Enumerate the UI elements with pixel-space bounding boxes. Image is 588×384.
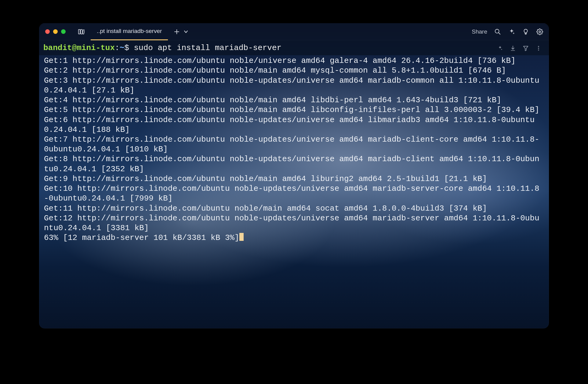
prompt-line[interactable]: bandit@mini-tux:~$ sudo apt install mari… bbox=[43, 43, 491, 53]
tab-title: ..pt install mariadb-server bbox=[97, 28, 162, 34]
lightbulb-icon[interactable] bbox=[522, 28, 529, 35]
library-icon[interactable] bbox=[78, 29, 85, 35]
output-line: Get:10 http://mirrors.linode.com/ubuntu … bbox=[44, 184, 544, 203]
close-button[interactable] bbox=[45, 29, 50, 34]
tab-active[interactable]: ..pt install mariadb-server bbox=[91, 23, 168, 40]
output-line: Get:12 http://mirrors.linode.com/ubuntu … bbox=[44, 213, 544, 233]
zoom-button[interactable] bbox=[61, 29, 66, 34]
svg-marker-8 bbox=[524, 46, 528, 51]
progress-text: 63% [12 mariadb-server 101 kB/3381 kB 3%… bbox=[44, 233, 239, 242]
output-line: Get:7 http://mirrors.linode.com/ubuntu n… bbox=[44, 135, 544, 154]
filter-icon[interactable] bbox=[523, 45, 529, 51]
sparkle-small-icon[interactable] bbox=[497, 45, 503, 51]
cursor bbox=[239, 233, 244, 241]
output-line: Get:11 http://mirrors.linode.com/ubuntu … bbox=[44, 204, 544, 213]
output-line: Get:4 http://mirrors.linode.com/ubuntu n… bbox=[44, 95, 544, 105]
prompt-command: sudo apt install mariadb-server bbox=[134, 43, 281, 53]
prompt-path: ~ bbox=[120, 43, 125, 53]
minimize-button[interactable] bbox=[53, 29, 58, 34]
more-vertical-icon[interactable] bbox=[535, 45, 542, 51]
svg-line-6 bbox=[499, 32, 500, 34]
svg-rect-0 bbox=[78, 29, 80, 34]
sparkle-icon[interactable] bbox=[508, 28, 515, 35]
terminal-output[interactable]: Get:1 http://mirrors.linode.com/ubuntu n… bbox=[39, 55, 549, 328]
svg-point-11 bbox=[538, 49, 539, 50]
output-line: Get:2 http://mirrors.linode.com/ubuntu n… bbox=[44, 66, 544, 75]
svg-point-10 bbox=[538, 48, 539, 49]
plus-icon[interactable] bbox=[174, 29, 180, 34]
output-line: Get:8 http://mirrors.linode.com/ubuntu n… bbox=[44, 154, 544, 174]
output-line: Get:6 http://mirrors.linode.com/ubuntu n… bbox=[44, 115, 544, 135]
svg-point-9 bbox=[538, 46, 539, 47]
download-icon[interactable] bbox=[510, 45, 516, 51]
tab-actions bbox=[174, 29, 188, 34]
output-line: Get:1 http://mirrors.linode.com/ubuntu n… bbox=[44, 56, 544, 66]
prompt-user-host: bandit@mini-tux bbox=[43, 43, 115, 53]
output-line: Get:5 http://mirrors.linode.com/ubuntu n… bbox=[44, 105, 544, 115]
prompt-toolbar bbox=[497, 45, 542, 51]
share-button[interactable]: Share bbox=[472, 28, 487, 35]
output-line: Get:3 http://mirrors.linode.com/ubuntu n… bbox=[44, 76, 544, 95]
terminal-window: ..pt install mariadb-server Share bbox=[39, 23, 549, 328]
gear-icon[interactable] bbox=[536, 28, 543, 35]
prompt-colon: : bbox=[115, 43, 120, 53]
progress-line: 63% [12 mariadb-server 101 kB/3381 kB 3%… bbox=[44, 233, 544, 243]
traffic-lights bbox=[45, 29, 66, 34]
output-line: Get:9 http://mirrors.linode.com/ubuntu n… bbox=[44, 174, 544, 184]
svg-rect-1 bbox=[81, 29, 82, 34]
prompt-dollar: $ bbox=[124, 43, 134, 53]
chevron-down-icon[interactable] bbox=[184, 30, 188, 34]
svg-rect-2 bbox=[82, 30, 85, 34]
svg-point-7 bbox=[539, 31, 541, 33]
titlebar: ..pt install mariadb-server Share bbox=[39, 23, 549, 40]
prompt-bar: bandit@mini-tux:~$ sudo apt install mari… bbox=[39, 40, 549, 55]
search-icon[interactable] bbox=[494, 28, 501, 35]
titlebar-right-actions: Share bbox=[472, 28, 543, 35]
